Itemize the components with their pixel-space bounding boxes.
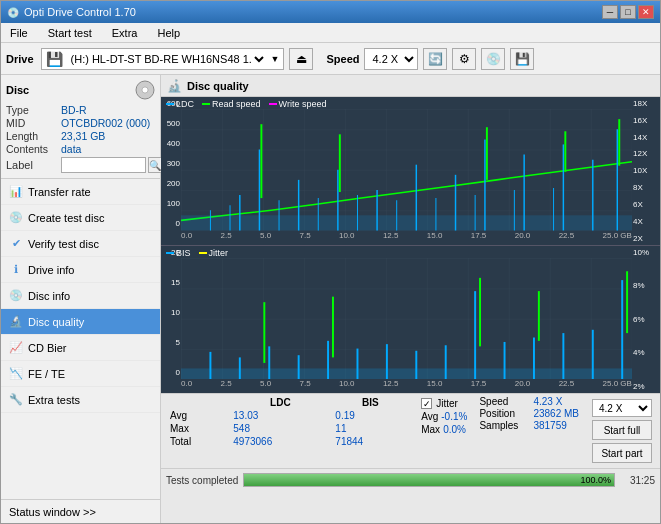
stat-table: LDC BIS Avg 13.03 0.19 Max 548 [166, 396, 409, 466]
nav-cd-bier[interactable]: 📈 CD Bier [1, 335, 160, 361]
speed-dropdown[interactable]: 4.2 X [364, 48, 418, 70]
legend-jitter: Jitter [199, 248, 229, 258]
status-window-label: Status window >> [9, 506, 96, 518]
start-full-button[interactable]: Start full [592, 420, 652, 440]
menu-start-test[interactable]: Start test [43, 26, 97, 40]
status-window-button[interactable]: Status window >> [1, 499, 160, 523]
refresh-button[interactable]: 🔄 [423, 48, 447, 70]
nav-create-test-disc-label: Create test disc [28, 212, 104, 224]
title-bar-controls: ─ □ ✕ [602, 5, 654, 19]
disc-title: Disc [6, 84, 29, 96]
stat-max-ldc: 548 [229, 422, 331, 435]
maximize-button[interactable]: □ [620, 5, 636, 19]
nav-drive-info-label: Drive info [28, 264, 74, 276]
col-bis: BIS [331, 396, 409, 409]
top-chart-y-left: 6005004003002001000 [161, 97, 181, 231]
nav-transfer-rate-label: Transfer rate [28, 186, 91, 198]
nav-create-test-disc[interactable]: 💿 Create test disc [1, 205, 160, 231]
progress-time: 31:25 [620, 475, 655, 486]
nav-verify-test-disc[interactable]: ✔ Verify test disc [1, 231, 160, 257]
nav-extra-tests-label: Extra tests [28, 394, 80, 406]
nav-extra-tests[interactable]: 🔧 Extra tests [1, 387, 160, 413]
nav-verify-test-disc-label: Verify test disc [28, 238, 99, 250]
extra-tests-icon: 🔧 [9, 393, 23, 407]
speed-label-text: Speed [479, 396, 529, 407]
jitter-section: ✓ Jitter Avg -0.1% Max 0.0% [419, 396, 469, 466]
drive-select-container[interactable]: 💾 (H:) HL-DT-ST BD-RE WH16NS48 1.D3 ▼ [41, 48, 285, 70]
top-chart-legend: LDC Read speed Write speed [166, 99, 326, 109]
main-content: Disc Type BD-R MID OTCBDR002 (000) [1, 75, 660, 523]
speed-info: Speed 4.23 X Position 23862 MB Samples 3… [479, 396, 579, 466]
title-bar-left: 💿 Opti Drive Control 1.70 [7, 6, 136, 18]
disc-label-key: Label [6, 159, 61, 171]
chart-header-icon: 🔬 [167, 79, 182, 93]
disc-contents-label: Contents [6, 143, 61, 155]
create-test-disc-icon: 💿 [9, 211, 23, 225]
start-part-button[interactable]: Start part [592, 443, 652, 463]
disc-length-label: Length [6, 130, 61, 142]
disc-quality-icon: 🔬 [9, 315, 23, 329]
menu-help[interactable]: Help [152, 26, 185, 40]
sidebar: Disc Type BD-R MID OTCBDR002 (000) [1, 75, 161, 523]
nav-disc-quality[interactable]: 🔬 Disc quality [1, 309, 160, 335]
progress-percent: 100.0% [580, 475, 611, 485]
progress-bar-container: 100.0% [243, 473, 615, 487]
nav-drive-info[interactable]: ℹ Drive info [1, 257, 160, 283]
status-text: Tests completed [166, 475, 238, 486]
jitter-avg-val: -0.1% [441, 411, 467, 422]
menu-file[interactable]: File [5, 26, 33, 40]
drive-label: Drive [6, 53, 34, 65]
disc-label-input[interactable] [61, 157, 146, 173]
speed-label: Speed [326, 53, 359, 65]
legend-write-speed: Write speed [269, 99, 327, 109]
stat-avg-bis: 0.19 [331, 409, 409, 422]
nav-cd-bier-label: CD Bier [28, 342, 67, 354]
disc-mid-row: MID OTCBDR002 (000) [6, 117, 155, 129]
disc-button[interactable]: 💿 [481, 48, 505, 70]
stat-max-row: Max 548 11 [166, 422, 409, 435]
eject-button[interactable]: ⏏ [289, 48, 313, 70]
chart-header: 🔬 Disc quality [161, 75, 660, 97]
nav-disc-info[interactable]: 💿 Disc info [1, 283, 160, 309]
disc-type-label: Type [6, 104, 61, 116]
svg-rect-15 [181, 215, 632, 230]
stat-avg-label: Avg [166, 409, 229, 422]
stat-avg-ldc: 13.03 [229, 409, 331, 422]
bottom-panel: LDC BIS Avg 13.03 0.19 Max 548 [161, 393, 660, 523]
stat-avg-row: Avg 13.03 0.19 [166, 409, 409, 422]
legend-bis: BIS [166, 248, 191, 258]
action-buttons: 4.2 X Start full Start part [589, 396, 655, 466]
stat-max-label: Max [166, 422, 229, 435]
drive-dropdown[interactable]: (H:) HL-DT-ST BD-RE WH16NS48 1.D3 [67, 52, 267, 66]
test-speed-dropdown[interactable]: 4.2 X [592, 399, 652, 417]
jitter-avg-label: Avg [421, 411, 438, 422]
settings-button[interactable]: ⚙ [452, 48, 476, 70]
title-bar: 💿 Opti Drive Control 1.70 ─ □ ✕ [1, 1, 660, 23]
save-button[interactable]: 💾 [510, 48, 534, 70]
disc-type-row: Type BD-R [6, 104, 155, 116]
disc-label-button[interactable]: 🔍 [148, 157, 162, 173]
jitter-checkbox[interactable]: ✓ [421, 398, 432, 409]
svg-point-1 [142, 87, 148, 93]
speed-value: 4.23 X [533, 396, 562, 407]
top-chart-inner [181, 109, 632, 231]
jitter-max-label: Max [421, 424, 440, 435]
jitter-label: Jitter [436, 398, 458, 409]
nav-list: 📊 Transfer rate 💿 Create test disc ✔ Ver… [1, 179, 160, 499]
disc-type-value: BD-R [61, 104, 87, 116]
nav-fe-te-label: FE / TE [28, 368, 65, 380]
minimize-button[interactable]: ─ [602, 5, 618, 19]
bottom-chart: BIS Jitter 20151050 [161, 246, 660, 394]
nav-fe-te[interactable]: 📉 FE / TE [1, 361, 160, 387]
legend-read-speed: Read speed [202, 99, 261, 109]
jitter-max-row: Max 0.0% [421, 424, 467, 435]
samples-value: 381759 [533, 420, 566, 431]
position-value: 23862 MB [533, 408, 579, 419]
nav-disc-info-label: Disc info [28, 290, 70, 302]
menu-extra[interactable]: Extra [107, 26, 143, 40]
nav-transfer-rate[interactable]: 📊 Transfer rate [1, 179, 160, 205]
close-button[interactable]: ✕ [638, 5, 654, 19]
samples-label: Samples [479, 420, 529, 431]
fe-te-icon: 📉 [9, 367, 23, 381]
stat-total-row: Total 4973066 71844 [166, 435, 409, 448]
